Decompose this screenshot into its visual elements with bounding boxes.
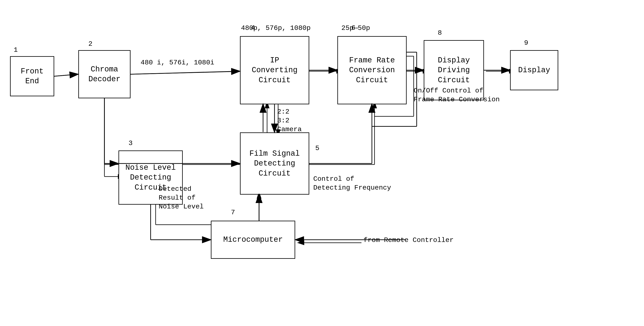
chroma-decoder-number: 2: [88, 40, 92, 48]
connections-svg: [0, 0, 644, 326]
microcomputer-number: 7: [231, 209, 235, 216]
diagram-container: FrontEnd 1 ChromaDecoder 2 Noise LevelDe…: [0, 0, 644, 326]
display-driving-label: DisplayDrivingCircuit: [438, 55, 470, 85]
frame-rate-block: Frame RateConversionCircuit: [337, 36, 407, 104]
front-end-label: FrontEnd: [21, 66, 44, 86]
detected-result-label: DetectedResult ofNoise Level: [159, 185, 204, 211]
film-signal-block: Film SignalDetectingCircuit: [240, 132, 309, 195]
output-signal-label: 480p, 576p, 1080p: [241, 24, 311, 32]
svg-line-2: [54, 74, 77, 76]
film-signal-number: 5: [315, 144, 319, 152]
remote-controller-label: from Remote Controller: [364, 236, 454, 245]
display-number: 9: [524, 39, 528, 47]
ip-converting-label: IPConvertingCircuit: [252, 55, 298, 85]
frame-rate-label: Frame RateConversionCircuit: [349, 55, 395, 85]
display-block: Display: [510, 50, 558, 90]
chroma-decoder-label: ChromaDecoder: [88, 64, 120, 84]
svg-line-3: [130, 71, 246, 74]
frame-rate-input-label: 25p→50p: [342, 24, 370, 32]
microcomputer-block: Microcomputer: [211, 221, 295, 259]
noise-level-number: 3: [128, 139, 132, 147]
front-end-number: 1: [14, 46, 18, 54]
input-signal-label: 480 i, 576i, 1080i: [140, 58, 214, 67]
svg-line-28: [54, 74, 78, 76]
control-freq-label: Control ofDetecting Frequency: [313, 175, 391, 192]
pulldown-label: 2:23:2Camera: [277, 107, 302, 134]
film-signal-label: Film SignalDetectingCircuit: [250, 149, 300, 178]
main-connections-svg: [0, 0, 644, 326]
display-label: Display: [518, 65, 550, 75]
microcomputer-label: Microcomputer: [223, 235, 283, 245]
ip-converting-block: IPConvertingCircuit: [240, 36, 309, 104]
chroma-decoder-block: ChromaDecoder: [78, 50, 130, 98]
front-end-block: FrontEnd: [10, 56, 54, 96]
onoff-control-label: On/Off Control ofFrame Rate Conversion: [414, 86, 500, 104]
display-driving-number: 8: [438, 29, 442, 37]
svg-line-29: [130, 71, 240, 74]
